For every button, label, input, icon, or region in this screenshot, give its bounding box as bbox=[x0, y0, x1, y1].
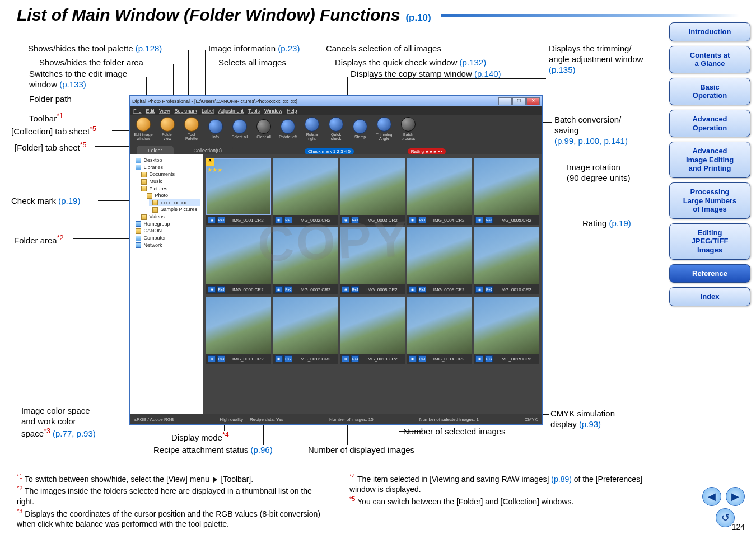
next-page-button[interactable]: ▶ bbox=[726, 487, 745, 506]
link-p128[interactable]: (p.128) bbox=[136, 44, 162, 53]
app-window: Digital Photo Professional - [E:\Users\C… bbox=[129, 95, 543, 425]
tree-node[interactable]: Pictures bbox=[138, 185, 200, 193]
tree-node[interactable]: Music bbox=[138, 178, 200, 185]
tool-batch-process[interactable]: Batch process bbox=[398, 117, 418, 140]
tool-clear-all[interactable]: Clear all bbox=[254, 119, 274, 139]
raw-jpeg-badge: R+J bbox=[217, 217, 225, 223]
title-decor-bar bbox=[441, 14, 739, 17]
menu-arrow-icon bbox=[213, 477, 217, 483]
nav-processing-large-numbers-of-images[interactable]: Processing Large Numbers of Images bbox=[669, 182, 750, 219]
link-p77-93[interactable]: (p.77, p.93) bbox=[53, 429, 96, 438]
prev-page-button[interactable]: ◀ bbox=[702, 487, 721, 506]
link-p19a[interactable]: (p.19) bbox=[58, 196, 80, 205]
tree-node[interactable]: Desktop bbox=[132, 157, 200, 164]
thumbnail[interactable]: ◉R+JIMG_0005.CR2 bbox=[474, 158, 539, 225]
nav-editing-jpeg-tiff-images[interactable]: Editing JPEG/TIFF Images bbox=[669, 223, 750, 260]
thumbnail[interactable]: ◉R+JIMG_0011.CR2 bbox=[206, 297, 271, 364]
thumbnail[interactable]: ◉R+JIMG_0014.CR2 bbox=[407, 297, 472, 364]
thumbnail[interactable]: ◉R+JIMG_0009.CR2 bbox=[407, 227, 472, 294]
tab-folder[interactable]: Folder bbox=[137, 146, 174, 154]
link-p96[interactable]: (p.96) bbox=[250, 445, 272, 455]
link-p140[interactable]: (p.140) bbox=[474, 69, 501, 78]
link-p132[interactable]: (p.132) bbox=[460, 58, 487, 67]
tree-node[interactable]: Computer bbox=[132, 235, 200, 242]
thumbnail[interactable]: ◉R+JIMG_0015.CR2 bbox=[474, 297, 539, 364]
nav-contents-at-a-glance[interactable]: Contents at a Glance bbox=[669, 46, 750, 73]
menu-tools[interactable]: Tools bbox=[248, 108, 260, 114]
tree-node[interactable]: xxxx_xx_xx bbox=[149, 199, 200, 207]
link-batch[interactable]: (p.99, p.100, p.141) bbox=[554, 136, 628, 146]
thumbnail[interactable]: 3★★★◉R+JIMG_0001.CR2 bbox=[206, 158, 271, 225]
tree-node[interactable]: Videos bbox=[138, 213, 200, 221]
tool-quick-check[interactable]: Quick check bbox=[326, 117, 346, 140]
menu-bookmark[interactable]: Bookmark bbox=[174, 108, 197, 114]
raw-badge-icon: ◉ bbox=[409, 286, 417, 293]
tree-node[interactable]: Sample Pictures bbox=[149, 206, 200, 213]
tool-trimming-angle[interactable]: Trimming Angle bbox=[374, 117, 394, 140]
callout-tool-palette: Shows/hides the tool palette (p.128) bbox=[28, 44, 162, 54]
raw-badge-icon: ◉ bbox=[208, 355, 216, 362]
folder-tree[interactable]: Desktop Libraries Documents Music Pictur… bbox=[130, 154, 203, 414]
callout-rating: Rating (p.19) bbox=[582, 218, 631, 229]
tool-folder-view[interactable]: Folder view bbox=[157, 117, 178, 140]
nav-reference[interactable]: Reference bbox=[669, 264, 750, 283]
menu-file[interactable]: File bbox=[133, 108, 142, 114]
tree-node[interactable]: CANON bbox=[132, 227, 200, 235]
nav-index[interactable]: Index bbox=[669, 287, 750, 306]
menu-window[interactable]: Window bbox=[264, 108, 282, 114]
minimize-button[interactable]: – bbox=[498, 97, 512, 105]
raw-badge-icon: ◉ bbox=[409, 217, 417, 223]
tree-node[interactable]: Network bbox=[132, 242, 200, 249]
thumbnail[interactable]: ◉R+JIMG_0004.CR2 bbox=[407, 158, 472, 225]
thumbnail[interactable]: ◉R+JIMG_0008.CR2 bbox=[340, 227, 405, 294]
checkmark-filter-chip[interactable]: Check mark 1 2 3 4 5 bbox=[305, 148, 354, 154]
callout-toolbar: Toolbar*1 bbox=[29, 112, 63, 124]
tree-node[interactable]: Documents bbox=[138, 171, 200, 178]
thumbnail[interactable]: ◉R+JIMG_0010.CR2 bbox=[474, 227, 539, 294]
thumbnail[interactable]: ◉R+JIMG_0013.CR2 bbox=[340, 297, 405, 364]
maximize-button[interactable]: ▢ bbox=[512, 97, 526, 105]
tree-node[interactable]: Homegroup bbox=[132, 221, 200, 228]
tree-node[interactable]: Libraries bbox=[132, 164, 200, 171]
raw-jpeg-badge: R+J bbox=[351, 355, 359, 362]
link-p19b[interactable]: (p.19) bbox=[609, 218, 631, 228]
nav-advanced-operation[interactable]: Advanced Operation bbox=[669, 110, 750, 137]
thumbnail[interactable]: ◉R+JIMG_0007.CR2 bbox=[273, 227, 338, 294]
nav-basic-operation[interactable]: Basic Operation bbox=[669, 78, 750, 105]
annotated-diagram: Shows/hides the tool palette (p.128) Ima… bbox=[11, 34, 661, 459]
nav-advanced-image-editing-and-printing[interactable]: Advanced Image Editing and Printing bbox=[669, 142, 750, 178]
close-button[interactable]: ✕ bbox=[526, 97, 540, 105]
tab-collection[interactable]: Collection(0) bbox=[183, 146, 234, 154]
raw-badge-icon: ◉ bbox=[275, 286, 283, 293]
page-title-ref[interactable]: (p.10) bbox=[405, 12, 431, 24]
tool-tool-palette[interactable]: Tool Palette bbox=[181, 117, 202, 140]
tree-node[interactable]: Photo bbox=[143, 192, 200, 199]
menu-view[interactable]: View bbox=[159, 108, 170, 114]
tool-stamp[interactable]: Stamp bbox=[350, 119, 370, 139]
link-p93[interactable]: (p.93) bbox=[579, 419, 601, 429]
tool-icon bbox=[305, 117, 319, 132]
rating-filter-chip[interactable]: Rating ★★★ • • bbox=[408, 148, 446, 154]
tool-rotate-right[interactable]: Rotate right bbox=[302, 117, 322, 140]
tool-info[interactable]: Info bbox=[206, 119, 226, 139]
thumbnail[interactable]: ◉R+JIMG_0012.CR2 bbox=[273, 297, 338, 364]
link-p133[interactable]: (p.133) bbox=[59, 79, 86, 89]
menu-help[interactable]: Help bbox=[287, 108, 297, 114]
tool-rotate-left[interactable]: Rotate left bbox=[278, 119, 298, 139]
link-p23[interactable]: (p.23) bbox=[278, 44, 300, 53]
link-p135[interactable]: (p.135) bbox=[549, 65, 576, 74]
nav-introduction[interactable]: Introduction bbox=[669, 22, 750, 41]
thumbnail[interactable]: ◉R+JIMG_0002.CR2 bbox=[273, 158, 338, 225]
tool-icon bbox=[136, 117, 151, 132]
link-p89[interactable]: (p.89) bbox=[551, 474, 572, 483]
raw-jpeg-badge: R+J bbox=[418, 217, 426, 223]
raw-badge-icon: ◉ bbox=[342, 355, 349, 362]
menu-edit[interactable]: Edit bbox=[146, 108, 155, 114]
tool-select-all[interactable]: Select all bbox=[230, 119, 250, 139]
thumbnail[interactable]: ◉R+JIMG_0006.CR2 bbox=[206, 227, 271, 294]
menu-adjustment[interactable]: Adjustment bbox=[218, 108, 244, 114]
menu-label[interactable]: Label bbox=[202, 108, 214, 114]
thumbnail-filename: IMG_0015.CR2 bbox=[494, 357, 537, 362]
thumbnail[interactable]: ◉R+JIMG_0003.CR2 bbox=[340, 158, 405, 225]
tool-edit-image-window[interactable]: Edit image window bbox=[133, 117, 153, 140]
